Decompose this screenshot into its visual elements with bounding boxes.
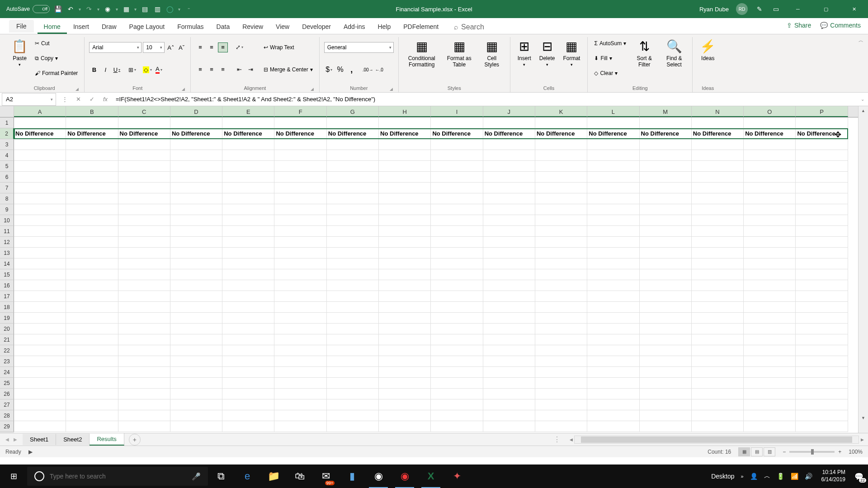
- enter-formula-icon[interactable]: ✓: [85, 93, 99, 106]
- cell[interactable]: [118, 345, 170, 356]
- cell[interactable]: [66, 389, 118, 399]
- cell[interactable]: [66, 367, 118, 378]
- cell[interactable]: [170, 248, 222, 258]
- qat-icon-2[interactable]: ▦: [122, 5, 131, 14]
- cell[interactable]: [431, 334, 483, 345]
- format-painter-button[interactable]: 🖌Format Painter: [33, 69, 80, 78]
- tab-page-layout[interactable]: Page Layout: [123, 19, 171, 34]
- cell[interactable]: [66, 248, 118, 258]
- column-header[interactable]: G: [327, 106, 379, 117]
- cell[interactable]: [431, 389, 483, 399]
- cell[interactable]: [587, 421, 639, 432]
- column-header[interactable]: L: [587, 106, 639, 117]
- cell[interactable]: [14, 334, 66, 345]
- cell[interactable]: [744, 139, 796, 150]
- row-header[interactable]: 22: [0, 345, 14, 356]
- cell[interactable]: [483, 139, 535, 150]
- cell[interactable]: [118, 172, 170, 183]
- comments-button[interactable]: 💬Comments: [820, 22, 861, 29]
- cell[interactable]: [66, 193, 118, 204]
- decrease-font-icon[interactable]: Aˇ: [177, 43, 186, 52]
- cell[interactable]: [170, 258, 222, 269]
- cell[interactable]: [535, 139, 587, 150]
- cell[interactable]: [66, 410, 118, 421]
- cell[interactable]: [640, 183, 692, 193]
- cell[interactable]: [535, 399, 587, 410]
- cell[interactable]: [274, 117, 326, 128]
- tab-insert[interactable]: Insert: [67, 19, 95, 34]
- cell[interactable]: [692, 193, 744, 204]
- font-color-button[interactable]: A▾: [154, 65, 164, 75]
- cell[interactable]: [222, 248, 274, 258]
- cell[interactable]: [118, 226, 170, 237]
- cell[interactable]: [118, 237, 170, 248]
- fill-color-button[interactable]: ◇▾: [142, 65, 152, 75]
- app-icon-2[interactable]: ✦: [444, 465, 470, 488]
- cell[interactable]: [14, 280, 66, 291]
- cell[interactable]: [66, 150, 118, 161]
- cell[interactable]: [222, 139, 274, 150]
- app-icon-1[interactable]: ▮: [339, 465, 365, 488]
- cell[interactable]: [744, 161, 796, 172]
- cell[interactable]: [222, 172, 274, 183]
- cell[interactable]: [587, 367, 639, 378]
- cell[interactable]: [431, 139, 483, 150]
- cell[interactable]: [535, 204, 587, 215]
- cell[interactable]: [587, 204, 639, 215]
- cell[interactable]: [274, 313, 326, 324]
- cell[interactable]: [379, 172, 431, 183]
- row-header[interactable]: 26: [0, 389, 14, 399]
- cell[interactable]: [14, 421, 66, 432]
- cell[interactable]: [692, 291, 744, 302]
- sort-filter-button[interactable]: ⇅Sort & Filter: [631, 37, 658, 69]
- cell[interactable]: [640, 367, 692, 378]
- cell[interactable]: [327, 378, 379, 389]
- row-header[interactable]: 12: [0, 237, 14, 248]
- cell[interactable]: [274, 334, 326, 345]
- cell[interactable]: [170, 183, 222, 193]
- cell[interactable]: [796, 378, 848, 389]
- cell[interactable]: [483, 161, 535, 172]
- cell[interactable]: [274, 193, 326, 204]
- cell[interactable]: No Difference: [327, 128, 379, 139]
- align-middle-button[interactable]: ≡: [207, 42, 217, 52]
- cell[interactable]: [222, 150, 274, 161]
- cell[interactable]: [796, 280, 848, 291]
- cell[interactable]: [587, 291, 639, 302]
- cell[interactable]: [379, 367, 431, 378]
- cell[interactable]: [222, 215, 274, 226]
- row-header[interactable]: 21: [0, 334, 14, 345]
- undo-icon[interactable]: ↶: [66, 5, 75, 14]
- cell[interactable]: [796, 410, 848, 421]
- cell[interactable]: [640, 226, 692, 237]
- qat-icon-1[interactable]: ◉: [103, 5, 112, 14]
- cut-button[interactable]: ✂Cut: [33, 39, 80, 48]
- qat-icon-3[interactable]: ▤: [140, 5, 149, 14]
- cell[interactable]: [587, 248, 639, 258]
- minimize-button[interactable]: ─: [788, 0, 808, 18]
- cell[interactable]: [14, 410, 66, 421]
- cell[interactable]: [118, 291, 170, 302]
- cell-styles-button[interactable]: ▦Cell Styles: [478, 37, 505, 69]
- cell[interactable]: [431, 161, 483, 172]
- cell[interactable]: [118, 150, 170, 161]
- cell[interactable]: [692, 226, 744, 237]
- cell[interactable]: [431, 237, 483, 248]
- cell[interactable]: [66, 269, 118, 280]
- cell[interactable]: [535, 302, 587, 313]
- cell[interactable]: [379, 302, 431, 313]
- cell[interactable]: [170, 367, 222, 378]
- cell[interactable]: [66, 139, 118, 150]
- cell[interactable]: [327, 139, 379, 150]
- cell[interactable]: [66, 237, 118, 248]
- cell[interactable]: [483, 215, 535, 226]
- cell[interactable]: [274, 280, 326, 291]
- cell[interactable]: [796, 226, 848, 237]
- cell[interactable]: [274, 150, 326, 161]
- cell[interactable]: [796, 204, 848, 215]
- formula-input[interactable]: [112, 93, 857, 106]
- cell[interactable]: [118, 313, 170, 324]
- user-name[interactable]: Ryan Dube: [699, 6, 729, 13]
- cell[interactable]: [327, 410, 379, 421]
- cell[interactable]: [14, 378, 66, 389]
